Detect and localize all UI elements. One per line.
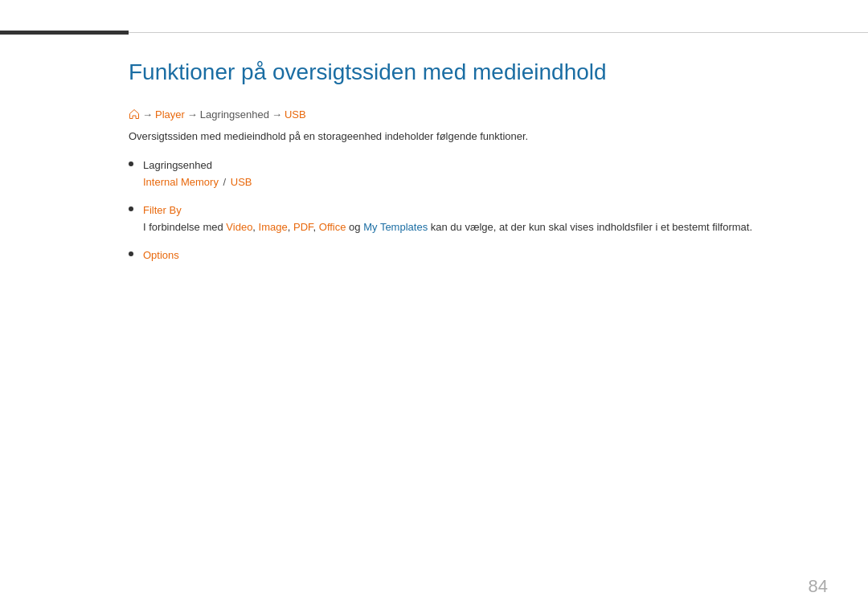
bullet-content-3: Options	[143, 247, 820, 264]
bullet-dot-1	[129, 161, 133, 166]
bullet-sub-storage: Internal Memory / USB	[143, 174, 820, 191]
link-image: Image	[259, 221, 288, 233]
link-pdf: PDF	[293, 221, 313, 233]
bullet-dot-2	[129, 206, 133, 211]
breadcrumb-lagring: Lagringsenhed	[200, 108, 269, 121]
list-item-filter: Filter By I forbindelse med Video, Image…	[129, 202, 820, 236]
breadcrumb-usb: USB	[285, 108, 306, 121]
link-my-templates: My Templates	[363, 221, 428, 233]
link-internal-memory: Internal Memory	[143, 176, 219, 188]
breadcrumb-sep2: →	[187, 108, 198, 121]
breadcrumb: → Player → Lagringsenhed → USB	[129, 108, 820, 121]
link-usb: USB	[231, 176, 252, 188]
bullet-content-2: Filter By I forbindelse med Video, Image…	[143, 202, 820, 236]
list-item-options: Options	[129, 247, 820, 264]
content-area: Funktioner på oversigtssiden med mediein…	[0, 35, 868, 613]
breadcrumb-player: Player	[155, 108, 185, 121]
page-title: Funktioner på oversigtssiden med mediein…	[129, 59, 820, 86]
top-bar	[0, 0, 868, 35]
intro-text: Oversigtssiden med medieindhold på en st…	[129, 129, 820, 145]
left-margin	[0, 35, 129, 613]
list-item-storage: Lagringsenhed Internal Memory / USB	[129, 157, 820, 191]
bullet-label-filter: Filter By	[143, 204, 182, 216]
page-number: 84	[809, 576, 828, 597]
bullet-label-options: Options	[143, 249, 179, 261]
bullet-dot-3	[129, 251, 133, 256]
slash-1: /	[220, 176, 229, 188]
bullet-label-storage: Lagringsenhed	[143, 159, 212, 171]
home-icon	[129, 108, 140, 120]
breadcrumb-sep1: →	[142, 108, 153, 121]
top-line	[129, 32, 868, 33]
main-content: Funktioner på oversigtssiden med mediein…	[129, 35, 868, 613]
link-office: Office	[319, 221, 346, 233]
bullet-content-1: Lagringsenhed Internal Memory / USB	[143, 157, 820, 191]
link-video: Video	[226, 221, 252, 233]
breadcrumb-sep3: →	[272, 108, 282, 121]
page-container: Funktioner på oversigtssiden med mediein…	[0, 0, 868, 613]
bullet-list: Lagringsenhed Internal Memory / USB Filt…	[129, 157, 820, 264]
bullet-sub-filter: I forbindelse med Video, Image, PDF, Off…	[143, 219, 820, 236]
